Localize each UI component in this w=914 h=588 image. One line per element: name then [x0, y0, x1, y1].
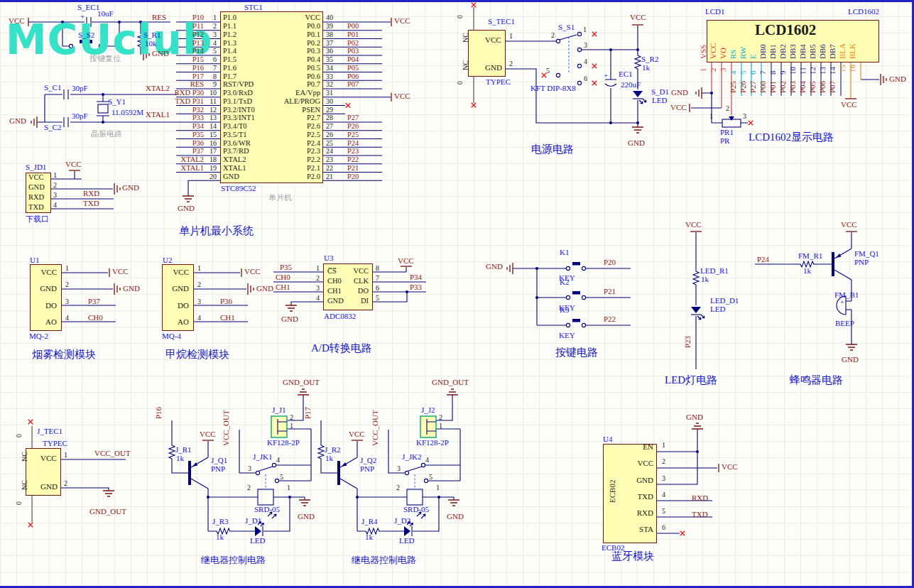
caption: 下载口 — [26, 215, 49, 223]
lcd-pin-column: P018 — [769, 70, 777, 93]
kf128-1-body — [271, 416, 287, 437]
net-label: P02 — [347, 38, 383, 47]
pin-name: P2.4 — [250, 138, 320, 147]
lcd-pin-column: P254 — [729, 70, 737, 93]
pin-number: 0 — [16, 434, 23, 437]
designator: S_Y1 — [108, 98, 126, 106]
pin-number: 1 — [700, 68, 707, 72]
pin-number: 1 — [290, 423, 293, 430]
net-label: P17 — [155, 72, 204, 80]
caption: 单片机 — [268, 194, 292, 202]
net-label — [347, 88, 383, 97]
pin-number: 7 — [376, 272, 385, 282]
net-label: P27 — [347, 114, 383, 122]
part-label: TYPEC — [43, 440, 67, 447]
net-label: P35 — [155, 130, 204, 138]
mcu-left-nets: P10P11P12P13P14P15P16P17RESRXD P30TXD P3… — [155, 13, 204, 180]
pin-number: 2 — [205, 21, 217, 30]
designator: S_S2 — [78, 31, 94, 39]
net-label: GND — [256, 285, 273, 293]
pin-number: 29 — [326, 105, 339, 114]
pin-name: P2.3 — [250, 147, 320, 156]
key3-button-icon — [566, 319, 585, 327]
net-label: RXD P30 — [155, 88, 204, 97]
pin-name: DB1 — [769, 44, 777, 59]
value-label: 1k — [176, 454, 184, 462]
pin-number: 33 — [326, 72, 339, 80]
net-label: P21 — [604, 288, 616, 295]
designator: LED_D1 — [710, 297, 739, 305]
designator: LCD1 — [705, 8, 725, 16]
pin-name: P0.1 — [250, 30, 320, 38]
pin-number: 40 — [326, 13, 339, 22]
value-label: 30pF — [72, 85, 88, 92]
net-label: RXD — [83, 190, 99, 197]
pin-name: P0.3 — [250, 47, 320, 55]
pin-number: 2 — [53, 179, 62, 189]
pin-name: NC — [462, 33, 469, 43]
pnp-fmq1-icon — [832, 249, 852, 280]
gnd-icon — [31, 116, 37, 128]
relay2-switch-icon — [405, 463, 428, 482]
net-label: XTAL1 — [155, 163, 204, 172]
net-label: P33 — [410, 283, 422, 291]
net-label: GND — [889, 75, 906, 83]
net-label: GND_OUT — [89, 508, 126, 516]
pin-name: DB7 — [829, 44, 837, 59]
net-label: P11 — [155, 21, 204, 30]
net-label: P26 — [347, 121, 383, 130]
net-label: VCC — [244, 268, 261, 276]
net-label — [347, 105, 383, 114]
net-label: P24 — [347, 138, 383, 147]
pin-number: 3 — [662, 465, 672, 481]
key2-button-icon — [566, 291, 585, 300]
pin-number: 25 — [326, 138, 339, 147]
pin-number: 2 — [726, 105, 729, 112]
net-label: VCC — [685, 221, 702, 229]
lcd-big-label: LCD1602 — [755, 23, 816, 38]
gnd-icon — [696, 87, 702, 99]
pin-number: 1 — [709, 113, 713, 120]
value-label: 1k — [216, 533, 224, 541]
mcu-left-numbers: 1234567891011121314151617181920 — [205, 13, 217, 180]
pin-name: VCC — [605, 451, 653, 467]
pin-number: 22 — [326, 163, 339, 172]
value-label: 1k — [803, 267, 811, 275]
net-label: GND — [281, 315, 298, 323]
net-label: VCC — [65, 160, 82, 168]
pin-name: P0.6 — [250, 72, 320, 80]
polarity-plus: + — [80, 13, 85, 21]
net-label: VCC — [630, 13, 646, 21]
mcu-right-pin-names: VCCP0.0P0.1P0.2P0.3P0.4P0.5P0.6P0.7EA/Vp… — [250, 13, 320, 180]
designator: J_Q2 — [360, 457, 376, 464]
part-label: SRD-05 — [403, 506, 429, 513]
net-label: P20 — [347, 172, 383, 180]
net-label: P24 — [757, 256, 769, 263]
net-label: VCC_OUT — [371, 410, 379, 446]
circuit-title: 按键电路 — [555, 347, 598, 358]
pin-name: P0.0 — [250, 21, 320, 30]
relay1-coil — [258, 489, 273, 505]
pin-number: 6 — [662, 515, 672, 531]
net-label: CH1 — [276, 283, 290, 291]
pin-number: 35 — [326, 55, 339, 63]
designator: S_D1 — [651, 88, 669, 96]
net-label: VCC — [349, 430, 365, 438]
pin-number: 4 — [197, 305, 206, 322]
net-label: VCC_OUT — [94, 450, 131, 457]
part-label: KFT DIP-8X8 — [531, 85, 576, 92]
value-label: 1k — [642, 64, 650, 72]
designator: LED_R1 — [700, 267, 729, 275]
pin-number: 30 — [326, 97, 339, 105]
pin-name: VCC — [346, 265, 369, 275]
value-label: PNP — [360, 465, 374, 473]
pin-number: 0 — [457, 15, 464, 18]
pin-number: 10 — [205, 88, 217, 97]
net-label: TXD P31 — [155, 97, 204, 105]
pin-number: 4 — [65, 305, 74, 322]
net-label: GND — [842, 356, 859, 364]
pin-number: 4 — [662, 482, 672, 499]
net-label: VCC — [394, 17, 410, 25]
net-label: GND — [123, 285, 140, 293]
part-label: ADC0832 — [324, 312, 356, 320]
